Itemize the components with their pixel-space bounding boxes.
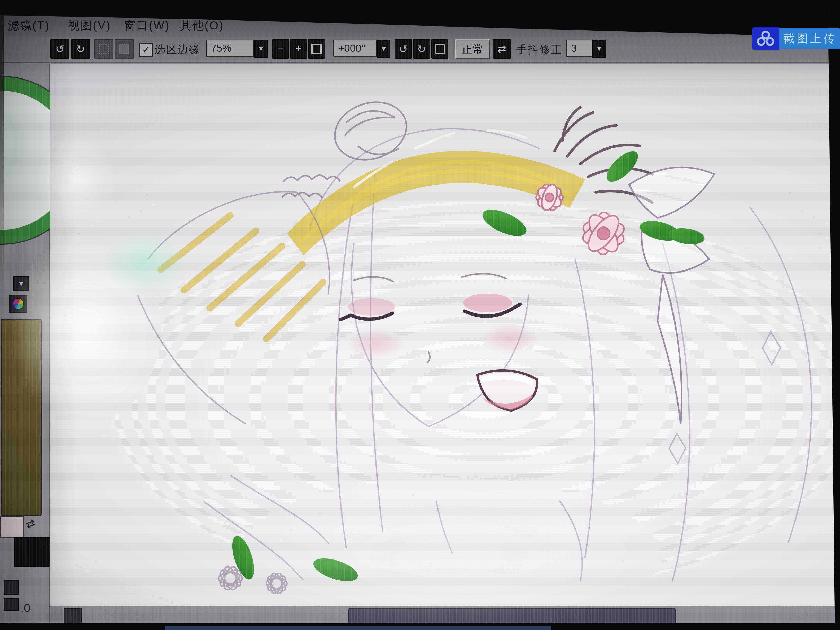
drawing-canvas[interactable] — [50, 63, 840, 606]
selection-edge-checkbox[interactable]: ✓ — [139, 43, 153, 57]
chevron-down-icon: ▼ — [380, 44, 387, 53]
rotate-ccw-icon: ↺ — [399, 43, 407, 55]
angle-value-field[interactable]: +000° — [333, 39, 377, 57]
minus-icon: − — [278, 43, 284, 55]
deselect-button[interactable] — [94, 39, 113, 59]
panel-scroll-down-button[interactable]: ▼ — [13, 276, 29, 291]
stabilizer-value-field[interactable]: 3 — [566, 39, 592, 57]
flip-horizontal-button[interactable]: ⇄ — [493, 39, 511, 59]
plus-icon: + — [295, 43, 302, 55]
zoom-value-field[interactable]: 75% — [206, 39, 254, 57]
redo-button[interactable]: ↻ — [71, 39, 90, 59]
rotate-cw-icon: ↻ — [417, 43, 426, 55]
chevron-down-icon: ▼ — [257, 44, 265, 53]
scrollbar-left-button[interactable] — [63, 608, 82, 625]
reset-zoom-icon — [311, 44, 322, 54]
zoom-out-button[interactable]: − — [272, 39, 289, 59]
deselect-icon — [99, 44, 109, 54]
redo-icon: ↻ — [76, 43, 85, 55]
artwork-sketch — [50, 63, 840, 606]
menu-view[interactable]: 视图(V) — [68, 18, 111, 33]
undo-button[interactable]: ↺ — [51, 39, 69, 59]
stabilizer-dropdown-button[interactable]: ▼ — [592, 39, 606, 58]
application-window: 滤镜(T) 视图(V) 窗口(W) 其他(O) ↺ ↻ ✓ 选区边缘 75% ▼… — [0, 0, 840, 630]
zoom-dropdown-button[interactable]: ▼ — [254, 39, 268, 58]
toolbar: ↺ ↻ ✓ 选区边缘 75% ▼ − + +000° ▼ ↺ ↻ 正常 — [0, 37, 840, 63]
bubbles-icon — [752, 27, 779, 50]
tool-mini-button-1[interactable] — [3, 580, 19, 595]
scroll-down-icon: ▼ — [18, 280, 24, 288]
monitor-bezel-reflection — [165, 626, 551, 630]
color-mixer-panel[interactable] — [0, 319, 42, 516]
overlay-badge-label: 截图上传 — [779, 28, 840, 49]
tool-sidebar: ▼ ⇄ .0 — [0, 63, 50, 630]
monitor-bezel-left — [0, 16, 3, 298]
flip-horizontal-icon: ⇄ — [497, 43, 506, 55]
rotate-reset-button[interactable] — [431, 39, 448, 59]
selection-edge-label: 选区边缘 — [155, 42, 201, 57]
primary-color-swatch[interactable] — [0, 516, 24, 538]
invert-selection-button[interactable] — [115, 39, 134, 59]
rotate-cw-button[interactable]: ↻ — [413, 39, 430, 59]
stabilizer-label: 手抖修正 — [516, 42, 562, 57]
zoom-in-button[interactable]: + — [290, 39, 307, 59]
brush-value-readout: .0 — [21, 601, 30, 615]
menu-filter[interactable]: 滤镜(T) — [8, 18, 50, 33]
menu-window[interactable]: 窗口(W) — [124, 18, 170, 33]
horizontal-scrollbar-thumb[interactable] — [348, 608, 676, 625]
reset-rotation-icon — [435, 44, 445, 54]
color-wheel-mode-button[interactable] — [9, 295, 27, 313]
rotate-ccw-button[interactable]: ↺ — [395, 39, 412, 59]
blend-mode-button[interactable]: 正常 — [455, 39, 490, 59]
chevron-down-icon: ▼ — [595, 44, 603, 53]
swap-colors-icon[interactable]: ⇄ — [24, 516, 37, 531]
checkmark-icon: ✓ — [142, 44, 150, 55]
tool-mini-button-2[interactable] — [3, 598, 19, 611]
zoom-reset-button[interactable] — [308, 39, 325, 59]
menu-others[interactable]: 其他(O) — [180, 18, 224, 33]
invert-selection-icon — [119, 44, 129, 54]
undo-icon: ↺ — [55, 43, 64, 55]
overlay-upload-badge[interactable]: 截图上传 — [752, 27, 840, 50]
color-wheel-icon — [13, 298, 24, 309]
angle-dropdown-button[interactable]: ▼ — [377, 39, 390, 58]
